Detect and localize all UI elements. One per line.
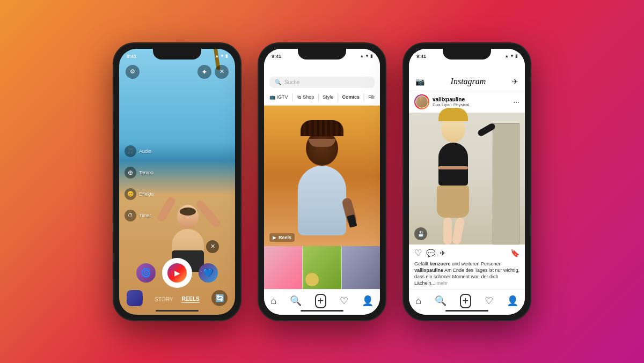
notch-3 bbox=[443, 49, 491, 60]
nav-likes[interactable]: ♡ bbox=[340, 295, 348, 307]
caption-username[interactable]: vallixpauline bbox=[414, 268, 443, 273]
action-left: ♡ 💬 ✈ bbox=[414, 248, 446, 258]
post-song: Dua Lipa · Physical bbox=[433, 102, 469, 107]
user-info: vallixpauline Dua Lipa · Physical bbox=[433, 97, 469, 107]
phone2-header: 🔍 Suche 📺 IGTV | 🛍 Shop | Style | Comics… bbox=[264, 62, 380, 106]
status-icons-3: ▲ ▼ ▮ bbox=[504, 54, 517, 58]
category-shop[interactable]: 🛍 Shop bbox=[297, 94, 314, 100]
door bbox=[493, 123, 519, 245]
reels-icon: ▶ bbox=[273, 235, 276, 240]
phone-3: 9:41 ▲ ▼ ▮ 📷 Instagram ✈ bbox=[402, 42, 531, 321]
tempo-menu-item[interactable]: ⊕ Tempo bbox=[125, 167, 154, 179]
wifi-icon-3: ▼ bbox=[510, 54, 514, 58]
nav-profile-3[interactable]: 👤 bbox=[507, 295, 518, 307]
likes-text: Gefällt kenzoere und weiteren Personen bbox=[414, 261, 502, 266]
thumbnail-2[interactable] bbox=[303, 246, 341, 289]
record-button[interactable]: ▶ bbox=[162, 258, 192, 288]
send-icon[interactable]: ✈ bbox=[512, 77, 518, 86]
audio-label: Audio bbox=[139, 149, 151, 154]
effekte-icon: 😊 bbox=[125, 188, 136, 200]
search-bar[interactable]: 🔍 Suche bbox=[269, 77, 375, 88]
avatar-image bbox=[415, 95, 428, 108]
phone2-content: 9:41 ▲ ▼ ▮ 🔍 Suche 📺 IGTV | 🛍 Shop | bbox=[264, 49, 380, 315]
effect-btn-1[interactable]: 🌀 bbox=[136, 263, 156, 283]
header-icons: ✈ bbox=[512, 77, 518, 86]
thumbnail-1[interactable] bbox=[264, 246, 302, 289]
thumbnails-row bbox=[264, 246, 380, 289]
phone-1: 9:41 ▲ ▼ ▮ bbox=[113, 42, 241, 321]
timer-icon: ⏱ bbox=[125, 210, 136, 221]
camera-header-icon[interactable]: 📷 bbox=[415, 77, 425, 86]
reels-label: ▶ Reels bbox=[269, 233, 295, 242]
battery-icon: ▮ bbox=[225, 54, 228, 58]
nav-likes-3[interactable]: ♡ bbox=[485, 295, 493, 307]
battery-icon-3: ▮ bbox=[515, 54, 517, 58]
nav-home-3[interactable]: ⌂ bbox=[415, 295, 421, 307]
audio-menu-item[interactable]: 🎵 Audio bbox=[125, 145, 154, 157]
bookmark-icon[interactable]: 🔖 bbox=[510, 249, 519, 257]
thumbnail-3[interactable] bbox=[342, 246, 380, 289]
record-button-inner: ▶ bbox=[167, 263, 187, 283]
effect-btn-2[interactable]: 💙 bbox=[199, 263, 218, 283]
signal-icon-2: ▲ bbox=[360, 54, 364, 58]
more-options-icon[interactable]: ··· bbox=[513, 98, 519, 106]
side-menu: 🎵 Audio ⊕ Tempo 😊 Effekte ⏱ Timer bbox=[125, 145, 154, 221]
share-icon[interactable]: ✈ bbox=[440, 249, 446, 257]
home-indicator-1 bbox=[156, 310, 199, 312]
like-icon[interactable]: ♡ bbox=[414, 248, 422, 258]
top-controls: ⚙ ✦ ✕ bbox=[119, 65, 235, 79]
comment-icon[interactable]: 💬 bbox=[426, 249, 435, 257]
category-style[interactable]: Style bbox=[323, 94, 333, 100]
category-comics[interactable]: Comics bbox=[342, 94, 360, 100]
reels-text: Reels bbox=[279, 235, 291, 240]
post-username[interactable]: vallixpauline bbox=[433, 97, 469, 102]
reels-tab[interactable]: REELS bbox=[181, 296, 199, 303]
story-reels-bar: STORY REELS bbox=[119, 296, 235, 303]
signal-icon-3: ▲ bbox=[504, 54, 509, 58]
status-icons-1: ▲ ▼ ▮ bbox=[215, 54, 228, 58]
settings-button[interactable]: ⚙ bbox=[126, 65, 140, 79]
close-button[interactable]: ✕ bbox=[215, 65, 229, 79]
instagram-logo: Instagram bbox=[451, 77, 486, 86]
nav-add[interactable]: + bbox=[315, 294, 327, 308]
wifi-icon: ▼ bbox=[220, 54, 224, 58]
time-3: 9:41 bbox=[416, 54, 426, 59]
timer-menu-item[interactable]: ⏱ Timer bbox=[125, 210, 154, 221]
record-controls: 🌀 ▶ 💙 bbox=[119, 258, 235, 288]
timer-label: Timer bbox=[139, 213, 151, 218]
cancel-button[interactable]: ✕ bbox=[206, 240, 219, 253]
nav-search[interactable]: 🔍 bbox=[290, 295, 302, 307]
wifi-icon-2: ▼ bbox=[365, 54, 369, 58]
post-likes: Gefällt kenzoere und weiteren Personen bbox=[409, 261, 525, 266]
battery-icon-2: ▮ bbox=[370, 54, 372, 58]
nav-add-3[interactable]: + bbox=[460, 294, 472, 308]
post-header: vallixpauline Dua Lipa · Physical ··· bbox=[409, 91, 525, 113]
category-igtv[interactable]: 📺 IGTV bbox=[269, 94, 288, 100]
category-film[interactable]: Film & Ferr... bbox=[368, 94, 375, 100]
user-avatar[interactable] bbox=[414, 94, 429, 109]
home-indicator-2 bbox=[301, 310, 343, 312]
dancing-person bbox=[426, 116, 480, 245]
post-image: 💾 bbox=[409, 113, 525, 245]
liker-name[interactable]: kenzoere bbox=[430, 261, 451, 266]
search-placeholder: Suche bbox=[284, 79, 299, 85]
notch-2 bbox=[298, 49, 346, 60]
nav-search-3[interactable]: 🔍 bbox=[435, 295, 447, 307]
nav-home[interactable]: ⌂ bbox=[270, 295, 276, 307]
categories-bar: 📺 IGTV | 🛍 Shop | Style | Comics | Film … bbox=[269, 92, 375, 102]
tempo-icon: ⊕ bbox=[125, 167, 136, 179]
avatar-area: vallixpauline Dua Lipa · Physical bbox=[414, 94, 469, 109]
time-1: 9:41 bbox=[127, 54, 136, 59]
tempo-label: Tempo bbox=[139, 170, 153, 175]
caption-more[interactable]: mehr bbox=[437, 280, 448, 286]
signal-icon: ▲ bbox=[215, 54, 219, 58]
effects-menu-item[interactable]: 😊 Effekte bbox=[125, 188, 154, 200]
story-tab[interactable]: STORY bbox=[155, 297, 173, 302]
home-indicator-3 bbox=[445, 310, 488, 312]
effekte-label: Effekte bbox=[139, 191, 154, 197]
nav-profile[interactable]: 👤 bbox=[362, 295, 374, 307]
notch-1 bbox=[153, 49, 201, 60]
effects-button[interactable]: ✦ bbox=[197, 65, 211, 79]
post-actions: ♡ 💬 ✈ 🔖 bbox=[409, 245, 525, 261]
time-2: 9:41 bbox=[272, 54, 281, 59]
